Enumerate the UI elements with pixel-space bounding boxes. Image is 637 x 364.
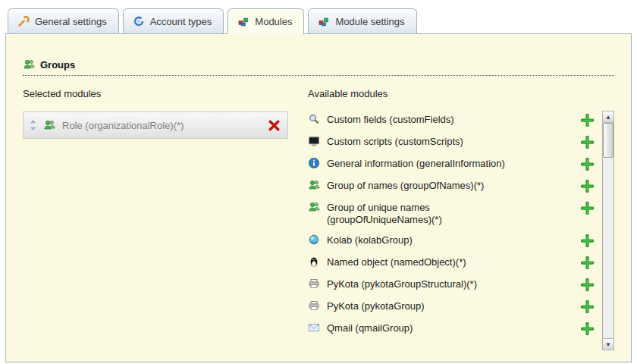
available-module-row: Named object (namedObject)(*) [308,252,596,274]
kolab-icon [308,234,320,246]
add-module-button[interactable] [581,322,595,335]
info-icon [308,157,320,169]
section-heading: Groups [23,58,614,76]
tab-modules[interactable]: Modules [228,8,304,34]
module-label: Kolab (kolabGroup) [327,234,413,246]
terminal-icon [308,135,320,147]
group-icon [23,58,35,71]
add-module-button[interactable] [581,113,595,127]
selected-module-row[interactable]: Role (organizationalRole)(*) [23,111,288,139]
available-module-row: Group of names (groupOfNames)(*) [308,175,596,197]
add-module-button[interactable] [581,256,595,269]
lam-configuration-window: General settings Account types Modules M… [0,0,637,364]
add-module-button[interactable] [581,234,595,247]
scrollbar[interactable]: ▲ ▼ [602,111,614,350]
module-label: Role (organizationalRole)(*) [62,120,261,131]
module-columns: Selected modules Role (organizationalRol… [23,88,614,340]
refresh-gear-icon [133,15,145,27]
wrench-icon [17,15,30,27]
selected-modules-column: Selected modules Role (organizationalRol… [23,88,288,340]
modules-icon [318,15,330,27]
tab-label: Module settings [335,16,404,27]
module-label: PyKota (pykotaGroupStructural)(*) [327,278,477,290]
module-label: Custom scripts (customScripts) [327,135,463,148]
tab-label: Modules [255,16,292,27]
module-label: Group of unique names (groupOfUniqueName… [327,201,533,226]
available-module-row: Qmail (qmailGroup) [308,318,596,340]
printer-icon [308,278,320,290]
add-module-button[interactable] [581,300,595,313]
tab-module-settings[interactable]: Module settings [308,8,416,33]
available-module-row: Custom fields (customFields) [308,109,596,131]
tab-bar: General settings Account types Modules M… [0,0,637,33]
tab-account-types[interactable]: Account types [123,8,224,33]
tux-icon [308,256,320,268]
selected-modules-heading: Selected modules [23,88,288,99]
tab-label: General settings [35,16,107,27]
module-label: Group of names (groupOfNames)(*) [327,179,484,192]
section-title: Groups [40,59,75,71]
available-module-row: Custom scripts (customScripts) [308,131,596,153]
modules-icon [237,15,249,27]
modules-panel: Groups Selected modules Role (organizati… [5,33,632,362]
group-icon [308,201,320,213]
add-module-button[interactable] [581,179,595,193]
scrollbar-track[interactable] [603,123,613,338]
drag-handle-icon[interactable] [30,119,36,131]
available-module-row: PyKota (pykotaGroup) [308,296,596,318]
add-module-button[interactable] [581,278,595,291]
magnifier-icon [308,113,320,125]
group-icon [308,179,320,191]
add-module-button[interactable] [581,135,595,149]
available-modules-column: Available modules Custom fields (customF… [308,88,614,340]
add-module-button[interactable] [581,201,595,215]
scroll-down-button[interactable]: ▼ [603,338,613,350]
available-modules-list: Custom fields (customFields) Custom scri… [308,109,596,340]
module-label: Named object (namedObject)(*) [327,256,466,268]
available-module-row: Group of unique names (groupOfUniqueName… [308,197,596,230]
scrollbar-thumb[interactable] [603,123,613,158]
available-module-row: PyKota (pykotaGroupStructural)(*) [308,274,596,296]
module-label: Qmail (qmailGroup) [327,322,413,334]
printer-icon [308,300,320,312]
available-module-row: General information (generalInformation) [308,153,596,175]
scroll-up-button[interactable]: ▲ [603,111,613,123]
mail-icon [308,322,320,334]
group-icon [43,119,55,131]
tab-general-settings[interactable]: General settings [8,8,119,33]
remove-module-button[interactable] [268,118,281,132]
module-label: Custom fields (customFields) [327,113,454,126]
available-module-row: Kolab (kolabGroup) [308,230,596,252]
module-label: General information (generalInformation) [327,157,505,170]
add-module-button[interactable] [581,157,595,171]
tab-label: Account types [150,16,212,27]
up-arrow-glyph: ▲ [605,114,611,121]
down-arrow-glyph: ▼ [605,341,611,348]
available-modules-heading: Available modules [308,88,596,99]
module-label: PyKota (pykotaGroup) [327,300,425,312]
